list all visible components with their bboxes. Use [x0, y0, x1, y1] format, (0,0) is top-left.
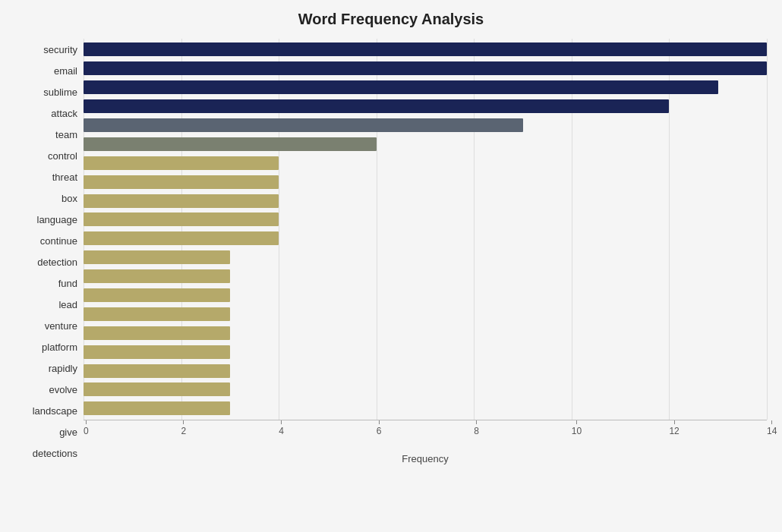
y-label-give: give	[59, 423, 77, 442]
bars-area	[84, 39, 767, 420]
x-tick-label: 2	[181, 426, 187, 436]
bar-email	[84, 61, 767, 75]
x-tick-12: 12	[669, 420, 679, 436]
bar-row-landscape	[84, 363, 767, 379]
bar-row-give	[84, 381, 767, 398]
x-tick-14: 14	[767, 420, 777, 436]
bar-row-email	[84, 60, 767, 77]
grid-line	[767, 39, 768, 420]
bar-evolve	[84, 345, 230, 359]
bar-platform	[84, 307, 230, 321]
x-axis: 02468101214	[84, 420, 767, 450]
x-tick-label: 14	[767, 426, 777, 436]
bar-row-detections	[84, 400, 767, 417]
bar-row-detection	[84, 230, 767, 247]
bar-detections	[84, 401, 230, 415]
y-label-box: box	[61, 188, 77, 208]
bar-detection	[84, 231, 279, 245]
y-label-security: security	[43, 39, 77, 59]
x-tick-label: 12	[669, 426, 679, 436]
bar-row-threat	[84, 155, 767, 172]
bar-row-fund	[84, 249, 767, 266]
x-tick-0: 0	[84, 420, 89, 436]
bar-row-security	[84, 41, 767, 58]
x-tick-2: 2	[181, 420, 187, 436]
y-label-platform: platform	[42, 338, 77, 357]
y-label-detection: detection	[37, 252, 77, 272]
y-label-continue: continue	[40, 231, 77, 250]
x-tick-label: 10	[572, 426, 582, 436]
chart-title: Word Frequency Analysis	[15, 8, 767, 28]
bar-row-language	[84, 193, 767, 209]
y-label-sublime: sublime	[43, 82, 77, 102]
y-label-email: email	[54, 61, 77, 80]
y-label-venture: venture	[45, 316, 77, 336]
bar-language	[84, 194, 279, 208]
bar-row-lead	[84, 268, 767, 285]
x-tick-line	[576, 420, 577, 424]
bar-box	[84, 175, 279, 189]
y-label-evolve: evolve	[49, 380, 77, 400]
bar-row-attack	[84, 98, 767, 115]
y-label-team: team	[55, 124, 77, 144]
x-tick-4: 4	[279, 420, 284, 436]
bar-landscape	[84, 364, 230, 378]
x-tick-label: 8	[474, 426, 479, 436]
bar-sublime	[84, 80, 718, 94]
x-tick-label: 0	[84, 426, 89, 436]
bar-row-box	[84, 174, 767, 190]
x-tick-line	[183, 420, 184, 424]
chart-container: Word Frequency Analysis securityemailsub…	[0, 0, 782, 532]
bar-lead	[84, 269, 230, 283]
y-label-rapidly: rapidly	[49, 359, 77, 379]
x-tick-10: 10	[572, 420, 582, 436]
bar-threat	[84, 156, 279, 170]
y-label-control: control	[48, 146, 77, 165]
bar-row-continue	[84, 211, 767, 228]
y-label-language: language	[37, 209, 78, 229]
bar-security	[84, 42, 767, 56]
y-label-threat: threat	[52, 167, 77, 187]
x-tick-line	[674, 420, 675, 424]
y-axis: securityemailsublimeattackteamcontrolthr…	[15, 39, 84, 464]
bar-venture	[84, 288, 230, 302]
bar-row-evolve	[84, 344, 767, 360]
x-tick-line	[771, 420, 772, 424]
bar-row-venture	[84, 287, 767, 304]
x-tick-line	[379, 420, 380, 424]
x-tick-line	[86, 420, 87, 424]
x-tick-8: 8	[474, 420, 479, 436]
y-label-attack: attack	[51, 103, 77, 123]
y-label-fund: fund	[58, 274, 77, 294]
x-tick-label: 6	[377, 426, 382, 436]
bar-control	[84, 137, 377, 151]
x-tick-line	[281, 420, 282, 424]
chart-area: securityemailsublimeattackteamcontrolthr…	[15, 39, 767, 464]
y-label-landscape: landscape	[33, 401, 77, 421]
x-tick-label: 4	[279, 426, 284, 436]
x-tick-6: 6	[377, 420, 382, 436]
bar-row-platform	[84, 306, 767, 323]
bar-team	[84, 118, 523, 132]
bars-list	[84, 39, 767, 420]
bar-row-control	[84, 136, 767, 153]
bar-give	[84, 382, 230, 396]
x-tick-line	[476, 420, 477, 424]
bar-row-rapidly	[84, 325, 767, 342]
bar-attack	[84, 99, 669, 113]
bar-rapidly	[84, 326, 230, 340]
y-label-detections: detections	[33, 444, 77, 464]
bar-row-team	[84, 117, 767, 134]
bar-row-sublime	[84, 79, 767, 96]
bar-fund	[84, 250, 230, 264]
x-axis-title: Frequency	[84, 453, 767, 464]
bar-continue	[84, 212, 279, 226]
bars-and-xaxis: 02468101214 Frequency	[84, 39, 767, 464]
y-label-lead: lead	[58, 295, 77, 315]
